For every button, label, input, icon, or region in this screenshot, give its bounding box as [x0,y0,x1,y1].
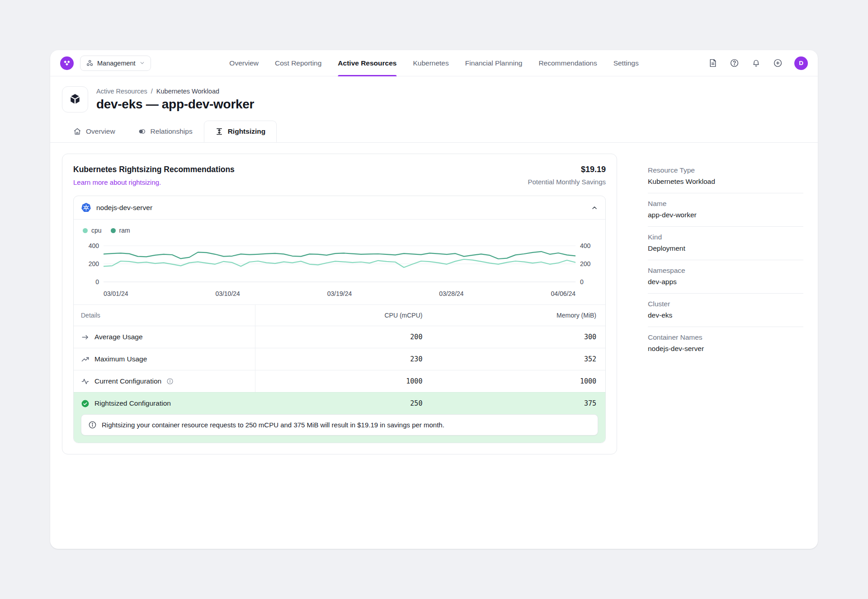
tab-bar: Overview Relationships Rightsizing [50,121,818,143]
main-navigation: Overview Cost Reporting Active Resources… [229,50,638,76]
header-details: Details [74,305,255,326]
help-icon[interactable] [729,58,739,68]
notifications-bell-icon[interactable] [751,58,761,68]
x-tick-label: 03/19/24 [327,290,352,297]
vantage-logo-icon[interactable] [60,56,74,70]
app-window: Management Overview Cost Reporting Activ… [50,50,818,549]
field-name: Name app-dev-worker [648,193,803,227]
content-area: Kubernetes Rightsizing Recommendations L… [50,143,818,465]
usage-chart: cpu ram 4002000 4002000 [74,220,605,304]
row-label: Rightsized Configuration [94,399,171,407]
field-label: Namespace [648,267,803,275]
trend-up-icon [81,355,90,364]
nav-item-recommendations[interactable]: Recommendations [538,50,597,76]
field-container-names: Container Names nodejs-dev-server [648,327,803,360]
breadcrumb-parent[interactable]: Active Resources [96,88,147,95]
field-resource-type: Resource Type Kubernetes Workload [648,166,803,193]
resource-cube-icon [62,86,88,112]
note-text: Rightsizing your container resource requ… [102,421,444,429]
nav-item-settings[interactable]: Settings [613,50,639,76]
legend-item-ram[interactable]: ram [111,227,130,234]
savings-caption: Potential Monthly Savings [528,178,606,186]
y-tick-label: 0 [580,278,584,285]
memory-value: 352 [584,355,596,363]
field-value: Deployment [648,244,803,253]
header-memory: Memory (MiB) [422,305,605,326]
workspace-switcher[interactable]: Management [80,56,151,71]
breadcrumb-separator: / [151,88,153,95]
cpu-value: 200 [410,333,422,341]
page-header: Active Resources / Kubernetes Workload d… [50,76,818,112]
field-label: Kind [648,233,803,241]
legend-item-cpu[interactable]: cpu [83,227,102,234]
nav-item-active-resources[interactable]: Active Resources [338,50,396,76]
x-tick-label: 03/10/24 [215,290,240,297]
memory-value: 375 [584,399,596,407]
table-row-maximum-usage: Maximum Usage 230 352 [74,348,605,370]
breadcrumb: Active Resources / Kubernetes Workload [96,86,254,95]
field-value: dev-eks [648,311,803,319]
page-title: dev-eks — app-dev-worker [96,97,254,112]
nav-item-financial-planning[interactable]: Financial Planning [465,50,523,76]
field-label: Container Names [648,333,803,342]
activity-icon [81,377,90,386]
table-header-row: Details CPU (mCPU) Memory (MiB) [74,305,605,326]
row-label: Maximum Usage [94,355,147,363]
tab-relationships-label: Relationships [151,127,193,136]
usage-table: Details CPU (mCPU) Memory (MiB) Average … [74,304,605,443]
info-icon [88,421,97,429]
kubernetes-icon [81,202,91,213]
docs-icon[interactable] [708,58,717,68]
table-row-rightsized-configuration: Rightsized Configuration 250 375 [74,392,605,414]
top-actions: D [708,56,808,70]
row-label: Average Usage [94,333,143,341]
learn-more-link[interactable]: Learn more about rightsizing. [73,178,161,186]
breadcrumb-current: Kubernetes Workload [156,88,219,95]
cpu-legend-dot [83,228,88,233]
row-label: Current Configuration [94,377,161,385]
nav-item-overview[interactable]: Overview [229,50,259,76]
container-panel-header[interactable]: nodejs-dev-server [74,196,605,220]
cpu-value: 230 [410,355,422,363]
rightsizing-note: Rightsizing your container resource requ… [81,414,598,435]
tab-rightsizing-label: Rightsizing [228,127,266,136]
card-title: Kubernetes Rightsizing Recommendations [73,165,235,174]
field-cluster: Cluster dev-eks [648,294,803,327]
chart-legend: cpu ram [83,227,596,234]
info-icon[interactable] [166,378,174,385]
check-circle-icon [81,399,90,408]
tab-relationships[interactable]: Relationships [127,121,204,142]
rightsizing-card: Kubernetes Rightsizing Recommendations L… [62,154,617,454]
memory-value: 1000 [580,377,596,385]
savings-amount: $19.19 [528,165,606,174]
add-icon[interactable] [773,58,783,68]
table-row-average-usage: Average Usage 200 300 [74,326,605,348]
field-kind: Kind Deployment [648,227,803,260]
tab-rightsizing[interactable]: Rightsizing [204,121,277,142]
x-tick-label: 04/06/24 [551,290,576,297]
field-namespace: Namespace dev-apps [648,260,803,294]
user-avatar[interactable]: D [794,56,808,70]
chart-plot [104,242,576,285]
chevron-up-icon[interactable] [591,204,598,211]
venn-icon [138,127,146,136]
home-icon [73,127,81,136]
x-tick-label: 03/01/24 [104,290,128,297]
rightsizing-note-area: Rightsizing your container resource requ… [74,414,605,443]
workspace-label: Management [97,60,136,67]
chevron-down-icon [139,60,145,66]
details-panel: Resource Type Kubernetes Workload Name a… [648,154,803,454]
nav-item-cost-reporting[interactable]: Cost Reporting [275,50,321,76]
nav-item-kubernetes[interactable]: Kubernetes [413,50,448,76]
cpu-legend-label: cpu [91,227,102,234]
field-label: Name [648,200,803,208]
container-panel: nodejs-dev-server cpu ram [73,196,606,443]
table-row-current-configuration: Current Configuration 1000 1000 [74,370,605,392]
y-axis-right: 4002000 [576,242,596,285]
ram-legend-dot [111,228,116,233]
tab-overview[interactable]: Overview [62,121,127,142]
cpu-value: 1000 [406,377,422,385]
tab-overview-label: Overview [86,127,115,136]
field-value: app-dev-worker [648,211,803,219]
header-cpu: CPU (mCPU) [255,305,422,326]
